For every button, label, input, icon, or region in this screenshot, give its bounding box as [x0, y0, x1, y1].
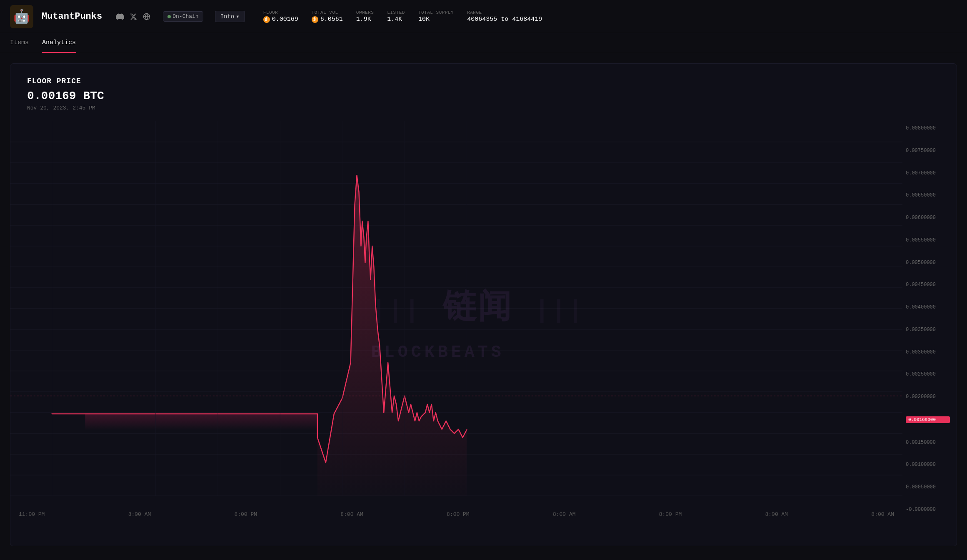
discord-icon[interactable]	[115, 12, 125, 21]
xaxis-label-7: 8:00 AM	[765, 511, 788, 518]
btc-icon-vol: ₿	[312, 16, 318, 23]
yaxis-label-7: 0.00450000	[906, 282, 950, 288]
xaxis-label-6: 8:00 PM	[659, 511, 682, 518]
tab-items[interactable]: Items	[10, 33, 29, 53]
chart-header: FLOOR PRICE 0.00169 BTC Nov 20, 2023, 2:…	[10, 77, 957, 121]
stat-total-supply: TOTAL SUPPLY 10K	[418, 10, 454, 23]
chain-status-dot	[167, 15, 171, 18]
stat-listed: LISTED 1.4K	[387, 10, 405, 23]
chart-yaxis: 0.00800000 0.00750000 0.00700000 0.00650…	[902, 121, 957, 529]
chart-date: Nov 20, 2023, 2:45 PM	[27, 105, 940, 111]
svg-marker-21	[317, 175, 467, 496]
stat-owners: OWNERS 1.9K	[356, 10, 374, 23]
on-chain-badge[interactable]: On-Chain	[163, 11, 203, 22]
chart-price: 0.00169 BTC	[27, 90, 940, 102]
chart-svg-wrapper: ||| 链闻 ||| BLOCKBEATS	[10, 121, 957, 529]
social-icons-group	[115, 12, 151, 21]
xaxis-label-3: 8:00 AM	[340, 511, 363, 518]
xaxis-label-5: 8:00 AM	[553, 511, 576, 518]
xaxis-label-0: 11:00 PM	[19, 511, 45, 518]
btc-icon-floor: ₿	[263, 16, 270, 23]
chart-title: FLOOR PRICE	[27, 77, 940, 85]
xaxis-label-2: 8:00 PM	[234, 511, 257, 518]
total-vol-value: 6.0561	[320, 16, 343, 23]
xaxis-label-1: 8:00 AM	[128, 511, 151, 518]
price-chart-svg	[10, 121, 902, 513]
total-supply-value: 10K	[418, 16, 454, 23]
collection-name: MutantPunks	[42, 11, 102, 22]
collection-avatar: 🤖	[10, 5, 33, 28]
yaxis-label-0: 0.00800000	[906, 125, 950, 131]
info-button[interactable]: Info ▾	[215, 11, 245, 22]
page-header: 🤖 MutantPunks On-Chain Info ▾ FLOOR ₿ 0.…	[0, 0, 967, 33]
floor-value: 0.00169	[272, 16, 298, 23]
yaxis-label-11: 0.00250000	[906, 371, 950, 377]
tab-analytics[interactable]: Analytics	[42, 33, 76, 53]
yaxis-label-5: 0.00550000	[906, 237, 950, 243]
yaxis-label-15: 0.00050000	[906, 484, 950, 490]
yaxis-label-8: 0.00400000	[906, 304, 950, 310]
range-value: 40064355 to 41684419	[467, 16, 542, 23]
yaxis-label-14: 0.00100000	[906, 462, 950, 468]
yaxis-label-current: 0.00169000	[906, 416, 950, 423]
owners-value: 1.9K	[356, 16, 374, 23]
yaxis-label-3: 0.00650000	[906, 192, 950, 198]
yaxis-label-13: 0.00150000	[906, 440, 950, 446]
stats-bar: FLOOR ₿ 0.00169 TOTAL VOL ₿ 6.0561 OWNER…	[263, 10, 542, 23]
stat-range: RANGE 40064355 to 41684419	[467, 10, 542, 23]
svg-marker-20	[85, 414, 317, 430]
stat-floor: FLOOR ₿ 0.00169	[263, 10, 298, 23]
yaxis-label-16: -0.0000000	[906, 507, 950, 513]
xaxis-label-4: 8:00 PM	[447, 511, 470, 518]
chart-svg-area[interactable]: ||| 链闻 ||| BLOCKBEATS	[10, 121, 902, 529]
yaxis-label-4: 0.00600000	[906, 215, 950, 221]
globe-icon[interactable]	[142, 12, 151, 21]
xaxis-label-8: 8:00 AM	[871, 511, 894, 518]
yaxis-label-6: 0.00500000	[906, 260, 950, 266]
yaxis-label-9: 0.00350000	[906, 327, 950, 333]
yaxis-label-10: 0.00300000	[906, 349, 950, 355]
tabs-nav: Items Analytics	[0, 33, 967, 53]
yaxis-label-12: 0.00200000	[906, 394, 950, 400]
stat-total-vol: TOTAL VOL ₿ 6.0561	[312, 10, 343, 23]
yaxis-label-1: 0.00750000	[906, 148, 950, 154]
yaxis-label-2: 0.00700000	[906, 170, 950, 176]
listed-value: 1.4K	[387, 16, 405, 23]
chart-container: FLOOR PRICE 0.00169 BTC Nov 20, 2023, 2:…	[10, 63, 957, 546]
twitter-icon[interactable]	[129, 12, 138, 21]
